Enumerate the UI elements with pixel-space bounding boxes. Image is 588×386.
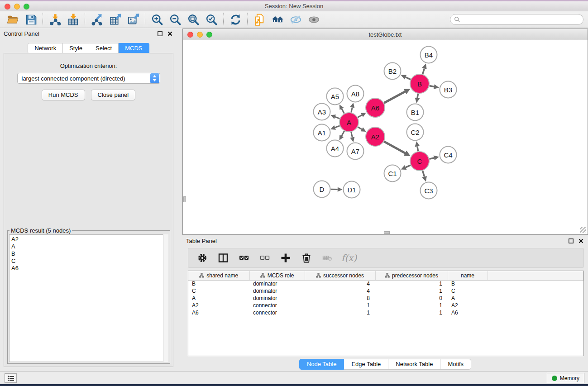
network-close-button[interactable] (187, 32, 193, 38)
table-row[interactable]: A6connector11A6 (188, 309, 583, 316)
close-panel-button[interactable]: Close panel (91, 90, 136, 100)
zoom-in-icon[interactable] (148, 12, 166, 27)
tab-edge-table[interactable]: Edge Table (344, 359, 388, 370)
cell-MCDS-role[interactable]: dominator (249, 280, 305, 287)
close-window-button[interactable] (5, 4, 10, 10)
node-B[interactable]: B (410, 74, 429, 93)
network-minimize-button[interactable] (197, 32, 203, 38)
search-field[interactable] (450, 14, 583, 25)
run-mcds-button[interactable]: Run MCDS (42, 90, 85, 100)
edge-B-B2[interactable] (406, 77, 411, 79)
tab-style[interactable]: Style (63, 43, 89, 54)
network-graph[interactable]: B4B2BB3A5A8A6A3B1AA1C2A2A4A7C4CC1DD1C3 (183, 41, 588, 235)
task-history-button[interactable] (5, 373, 17, 383)
deselect-all-icon[interactable] (256, 250, 273, 266)
edge-A-A6[interactable] (358, 115, 362, 117)
result-item[interactable]: A (11, 243, 168, 250)
node-A2[interactable]: A2 (366, 127, 385, 146)
node-C4[interactable]: C4 (440, 147, 457, 163)
select-all-icon[interactable] (235, 250, 253, 266)
import-table-icon[interactable] (64, 12, 82, 27)
network-window-titlebar[interactable]: testGlobe.txt (183, 29, 588, 40)
cell-MCDS-role[interactable]: connector (249, 302, 305, 309)
result-item[interactable]: C (11, 257, 168, 265)
result-list-scrollbar[interactable] (163, 234, 168, 362)
mcds-result-list[interactable]: A2ABCA6 (9, 234, 168, 362)
node-D[interactable]: D (314, 181, 330, 198)
result-item[interactable]: A2 (11, 236, 168, 243)
edge-A2-C[interactable] (384, 142, 405, 153)
memory-button[interactable]: Memory (547, 373, 584, 383)
column-header-successor-nodes[interactable]: successor nodes (305, 271, 375, 280)
cell-shared-name[interactable]: A2 (188, 302, 249, 309)
node-A6[interactable]: A6 (366, 98, 385, 117)
cell-name[interactable]: A (448, 295, 488, 302)
edge-A-A2[interactable] (358, 127, 362, 129)
cell-shared-name[interactable]: C (188, 287, 249, 295)
node-B2[interactable]: B2 (384, 63, 401, 80)
node-A1[interactable]: A1 (314, 124, 330, 141)
table-row[interactable]: Cdominator41C (188, 287, 583, 295)
cell-shared-name[interactable]: B (188, 280, 249, 287)
cell-MCDS-role[interactable]: connector (249, 309, 305, 316)
optimization-criterion-dropdown[interactable]: largest connected component (directed) (17, 73, 160, 84)
node-C1[interactable]: C1 (384, 165, 401, 182)
function-builder-icon[interactable]: f(x) (339, 253, 357, 263)
cell-predecessor-nodes[interactable]: 1 (375, 280, 448, 287)
table-close-panel-icon[interactable] (578, 238, 584, 244)
edge-C-C3[interactable] (422, 171, 424, 176)
edge-A-A5[interactable] (342, 109, 344, 113)
node-A[interactable]: A (339, 113, 359, 132)
close-panel-icon[interactable] (167, 30, 173, 37)
cell-predecessor-nodes[interactable]: 0 (375, 295, 448, 302)
open-file-icon[interactable] (4, 12, 22, 27)
resize-grip-icon[interactable] (580, 227, 586, 233)
node-A8[interactable]: A8 (347, 86, 364, 102)
edge-B-B3[interactable] (430, 86, 434, 86)
cell-MCDS-role[interactable]: dominator (249, 295, 305, 302)
cell-successor-nodes[interactable]: 1 (305, 309, 375, 316)
node-A7[interactable]: A7 (347, 143, 364, 160)
show-selected-icon[interactable] (305, 12, 323, 27)
edge-A-A4[interactable] (342, 131, 344, 136)
cell-MCDS-role[interactable]: dominator (249, 287, 305, 295)
edge-C-C2[interactable] (417, 147, 418, 152)
column-header-shared-name[interactable]: shared name (188, 271, 249, 280)
result-item[interactable]: B (11, 250, 168, 257)
zoom-out-icon[interactable] (166, 12, 184, 27)
cell-name[interactable]: C (448, 287, 488, 295)
tab-motifs[interactable]: Motifs (440, 359, 471, 370)
tab-select[interactable]: Select (89, 43, 119, 54)
add-column-icon[interactable] (277, 250, 294, 266)
delete-table-icon[interactable] (319, 250, 336, 266)
minimize-window-button[interactable] (14, 4, 20, 10)
cell-successor-nodes[interactable]: 4 (305, 287, 375, 295)
edge-A6-B[interactable] (384, 91, 405, 103)
tab-mcds[interactable]: MCDS (119, 43, 149, 54)
tab-network[interactable]: Network (28, 43, 63, 54)
table-row[interactable]: Bdominator41B (188, 280, 583, 287)
horizontal-scroll-thumb[interactable] (384, 231, 390, 234)
hide-selected-icon[interactable] (287, 12, 305, 27)
cell-predecessor-nodes[interactable]: 1 (375, 302, 448, 309)
cell-shared-name[interactable]: A (188, 295, 249, 302)
node-C2[interactable]: C2 (407, 124, 424, 141)
network-file-icon[interactable] (250, 12, 268, 27)
node-C3[interactable]: C3 (421, 182, 437, 199)
split-columns-icon[interactable] (215, 250, 232, 266)
delete-column-icon[interactable] (298, 250, 315, 266)
cell-successor-nodes[interactable]: 4 (305, 280, 375, 287)
cell-successor-nodes[interactable]: 8 (305, 295, 375, 302)
edge-A-A1[interactable] (335, 126, 339, 128)
cell-name[interactable]: A6 (448, 309, 488, 316)
home-icon[interactable] (268, 12, 287, 27)
node-B4[interactable]: B4 (421, 47, 437, 63)
tab-node-table[interactable]: Node Table (299, 359, 344, 370)
edge-C-C1[interactable] (406, 165, 411, 167)
network-zoom-button[interactable] (206, 32, 212, 38)
node-B1[interactable]: B1 (407, 104, 424, 121)
node-D1[interactable]: D1 (344, 181, 360, 198)
edge-A-A3[interactable] (335, 117, 339, 119)
export-image-icon[interactable] (124, 12, 142, 27)
cell-predecessor-nodes[interactable]: 1 (375, 287, 448, 295)
